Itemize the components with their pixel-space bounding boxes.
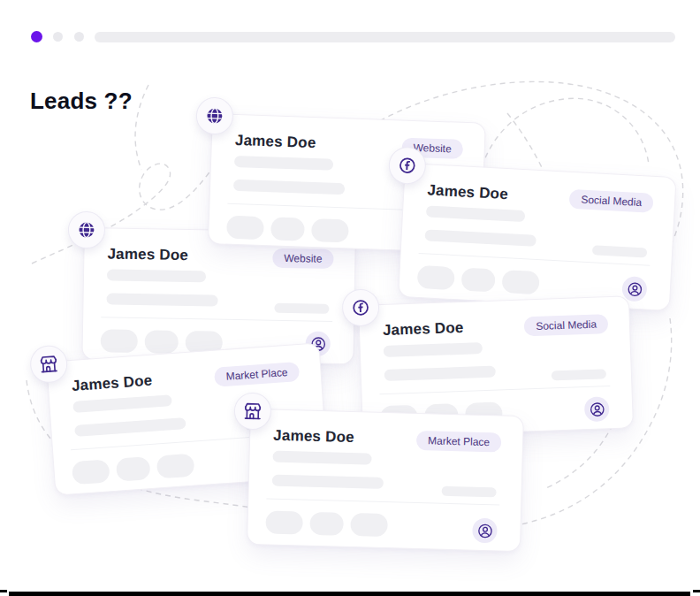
placeholder-pill (270, 217, 305, 241)
placeholder-pill (145, 330, 179, 354)
source-badge: Market Place (416, 431, 502, 453)
placeholder-line (72, 394, 172, 413)
placeholder-pill (226, 216, 264, 240)
card-header: James Doe Market Place (250, 409, 523, 453)
placeholder-line (272, 451, 371, 465)
divider (266, 499, 499, 506)
page-title: Leads ?? (30, 88, 133, 115)
source-badge: Market Place (214, 362, 300, 387)
placeholder-line (426, 205, 526, 222)
placeholder-pill (101, 329, 138, 353)
lead-name: James Doe (107, 245, 188, 264)
address-bar (95, 32, 675, 42)
placeholder-pills (72, 454, 194, 485)
lead-name: James Doe (427, 181, 508, 203)
placeholder-line (384, 366, 496, 381)
divider (101, 317, 332, 322)
placeholder-line (234, 156, 333, 171)
lead-name: James Doe (383, 319, 464, 340)
placeholder-line (424, 229, 536, 247)
placeholder-line-short (274, 303, 329, 314)
placeholder-line (107, 269, 206, 282)
placeholder-pill (265, 511, 303, 535)
placeholder-line (384, 342, 483, 357)
window-dot (74, 32, 84, 42)
placeholder-pill (156, 454, 195, 479)
placeholder-line-short (592, 245, 647, 257)
footer-tick-right (693, 590, 700, 592)
placeholder-pills (417, 265, 540, 294)
placeholder-pills (226, 216, 349, 243)
placeholder-line (106, 293, 217, 306)
card-header: James Doe Social Media (359, 296, 629, 342)
lead-card-social-top: James Doe Social Media (398, 163, 677, 311)
lead-card-market-bottom: James Doe Market Place (247, 409, 524, 552)
placeholder-line (74, 417, 186, 437)
leads-illustration: Leads ?? James Doe Website James Doe Web… (0, 0, 700, 596)
lead-name: James Doe (273, 427, 354, 447)
lead-name: James Doe (235, 132, 316, 152)
window-dot-accent (31, 31, 42, 42)
source-badge: Social Media (524, 314, 608, 336)
user-circle-icon (472, 518, 498, 544)
placeholder-pill (72, 459, 110, 485)
placeholder-pill (417, 265, 455, 290)
card-header: James Doe Website (212, 114, 485, 160)
placeholder-line-short (441, 486, 496, 498)
placeholder-pill (461, 268, 496, 293)
placeholder-line (272, 475, 384, 489)
placeholder-pills (265, 511, 388, 538)
source-badge: Website (272, 248, 334, 269)
source-badge: Social Media (569, 189, 654, 213)
divider (380, 386, 611, 394)
placeholder-pill (311, 218, 349, 242)
placeholder-line-short (552, 369, 606, 380)
window-dot (53, 32, 63, 42)
placeholder-pill (309, 512, 344, 536)
placeholder-pill (116, 456, 151, 482)
placeholder-pill (350, 513, 388, 537)
placeholder-line (233, 180, 345, 195)
placeholder-pill (501, 270, 539, 294)
user-circle-icon (584, 396, 610, 422)
footer-bar (9, 592, 690, 596)
footer-tick-left (0, 590, 7, 592)
lead-name: James Doe (71, 372, 153, 395)
